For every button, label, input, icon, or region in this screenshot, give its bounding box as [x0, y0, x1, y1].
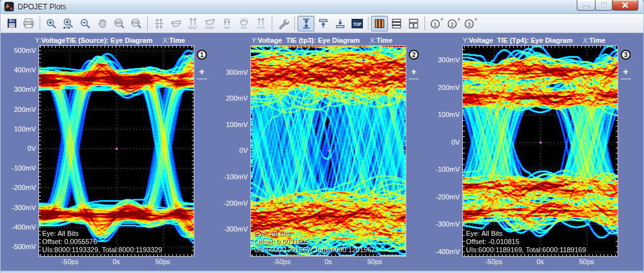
zoom-plus-button[interactable]: +	[411, 67, 417, 76]
y-tick-label: -100mV	[11, 164, 36, 172]
app-icon	[4, 2, 14, 11]
save-button[interactable]	[3, 16, 20, 31]
settings-button[interactable]	[275, 16, 292, 31]
plus-label: +	[440, 17, 443, 23]
layout-columns-button[interactable]	[371, 16, 388, 31]
x-axis-source: Time	[589, 36, 605, 44]
zoom-sync-button[interactable]: SYNC	[128, 16, 145, 31]
y-tick-label: 200mV	[11, 106, 36, 114]
y-axis-source: VoltageTIE (Source): Eye Diagram	[41, 36, 152, 44]
new-plot-2-button[interactable]: 2+	[445, 16, 462, 31]
pan-button[interactable]	[94, 16, 111, 31]
plot-1-header: Y:VoltageTIE (Source): Eye Diagram X:Tim…	[11, 35, 209, 45]
y-tick-label: 400mV	[11, 66, 36, 74]
reset-label: RESET	[188, 26, 198, 29]
horizontal-maxmin-button[interactable]: MAXMIN	[235, 16, 252, 31]
y-axis-labels: 300mV200mV100mV0V-100mV-200mV-300mV	[223, 45, 250, 257]
stat-uis: UIs:8000:1193329, Total:8000:1193329	[42, 246, 162, 254]
maximize-button[interactable]	[595, 0, 613, 11]
y-tick-label: -400mV	[11, 223, 36, 231]
top-button[interactable]: TOP	[348, 16, 365, 31]
window-bottom-edge	[1, 270, 643, 273]
min-label: MIN	[224, 26, 229, 29]
new-plot-1-button[interactable]: 1+	[428, 16, 445, 31]
plot-3-stats: Eye: All Bits Offset: -0.010815 UIs:6000…	[466, 230, 586, 254]
wrench-icon	[277, 18, 289, 30]
y-tick-label: 300mV	[11, 86, 36, 94]
horizontal-cursors-button[interactable]	[167, 16, 184, 31]
stat-offset: Offset: -0.010815	[466, 238, 586, 246]
eye-diagram-canvas-3[interactable]	[463, 46, 618, 256]
vertical-maxmin-button[interactable]: MAXMIN	[218, 16, 235, 31]
dpojet-plots-window: DPOJET Plots	[0, 0, 644, 273]
x-tick-label: 0s	[325, 258, 332, 265]
eye-diagram-canvas-1[interactable]	[39, 46, 194, 256]
cursors-sync-button[interactable]: SYNC	[252, 16, 269, 31]
layout-columns-icon	[374, 18, 386, 30]
horizontal-cursors-reset-icon: RESET	[204, 18, 216, 30]
align-bottom-icon	[335, 18, 346, 30]
align-top-icon	[318, 18, 329, 30]
align-bottom-button[interactable]	[331, 16, 348, 31]
y-tick-label: 0V	[223, 147, 248, 155]
plot-area: Y:VoltageTIE (Source): Eye Diagram X:Tim…	[1, 33, 643, 270]
x-axis-source: Time	[169, 36, 185, 44]
y-tick-label: 0V	[11, 145, 36, 153]
y-tick-label: 100mV	[11, 125, 36, 133]
plot-2-header: Y:Voltage TIE (tp3): Eye Diagram X:Time	[223, 35, 421, 45]
y-tick-label: -300mV	[223, 225, 248, 233]
zoom-in-button[interactable]	[43, 16, 60, 31]
vertical-cursors-reset-button[interactable]: RESET	[184, 16, 201, 31]
x-axis-prefix: X:	[583, 36, 589, 44]
save-icon	[6, 18, 18, 29]
y-tick-label: 0V	[435, 138, 460, 147]
zoom-plus-button[interactable]: +	[199, 67, 205, 76]
plot-number-badge: 1	[197, 50, 207, 60]
y-axis-prefix: Y:	[252, 36, 258, 44]
zoom-out-button[interactable]	[77, 16, 94, 31]
zoom-horizontal-button[interactable]	[60, 16, 77, 31]
close-button[interactable]	[612, 0, 638, 11]
top-icon: TOP	[351, 18, 364, 30]
horizontal-maxmin-icon: MAXMIN	[238, 18, 250, 30]
minimize-button[interactable]	[577, 0, 596, 11]
layout-grid-button[interactable]	[405, 16, 422, 31]
plot-panel-3: Y:Voltage TIE (Tp4): Eye Diagram X:Time …	[435, 35, 633, 270]
fit-vertical-button[interactable]	[297, 16, 314, 31]
x-axis-prefix: X:	[162, 36, 169, 44]
y-tick-label: 500mV	[11, 47, 36, 55]
align-top-button[interactable]	[314, 16, 331, 31]
stat-eye: Eye: All Bits	[42, 230, 162, 238]
layout-rows-button[interactable]	[388, 16, 405, 31]
pan-hand-icon	[97, 18, 108, 29]
new-plot-2-icon: 2+	[447, 17, 460, 30]
y-axis-prefix: Y:	[35, 36, 42, 44]
y-tick-label: -100mV	[435, 165, 460, 174]
divider	[409, 79, 419, 79]
y-axis-prefix: Y:	[462, 36, 469, 44]
y-tick-label: 100mV	[435, 111, 460, 119]
y-tick-label: 200mV	[435, 84, 460, 92]
plot-3-header: Y:Voltage TIE (Tp4): Eye Diagram X:Time	[435, 35, 633, 45]
print-button[interactable]	[20, 16, 37, 31]
window-title: DPOJET Plots	[18, 3, 66, 11]
sync-label: SYNC	[257, 26, 265, 29]
vertical-cursors-button[interactable]	[150, 16, 167, 31]
title-bar: DPOJET Plots	[1, 0, 643, 14]
horizontal-cursors-reset-button[interactable]: RESET	[201, 16, 218, 31]
layout-grid-icon	[408, 18, 419, 30]
y-axis-source: Voltage TIE (Tp4): Eye Diagram	[469, 36, 572, 44]
print-icon	[23, 18, 35, 29]
plot-number-badge: 2	[409, 50, 419, 60]
y-tick-label: -200mV	[223, 199, 248, 208]
new-plot-3-button[interactable]: 3+	[462, 16, 479, 31]
zoom-100-button[interactable]: 100%	[111, 16, 128, 31]
plot-1-label: 1	[433, 21, 436, 28]
zoom-plus-button[interactable]: +	[623, 67, 629, 76]
zoom-sync-label: SYNC	[131, 21, 140, 25]
plot-2-stats: Eye: All Bits Offset: 0.0031605 UIs:6000…	[254, 230, 375, 254]
eye-diagram-canvas-2[interactable]	[251, 46, 406, 256]
divider	[197, 79, 207, 79]
layout-rows-icon	[391, 18, 402, 30]
vertical-maxmin-icon: MAXMIN	[221, 18, 233, 30]
